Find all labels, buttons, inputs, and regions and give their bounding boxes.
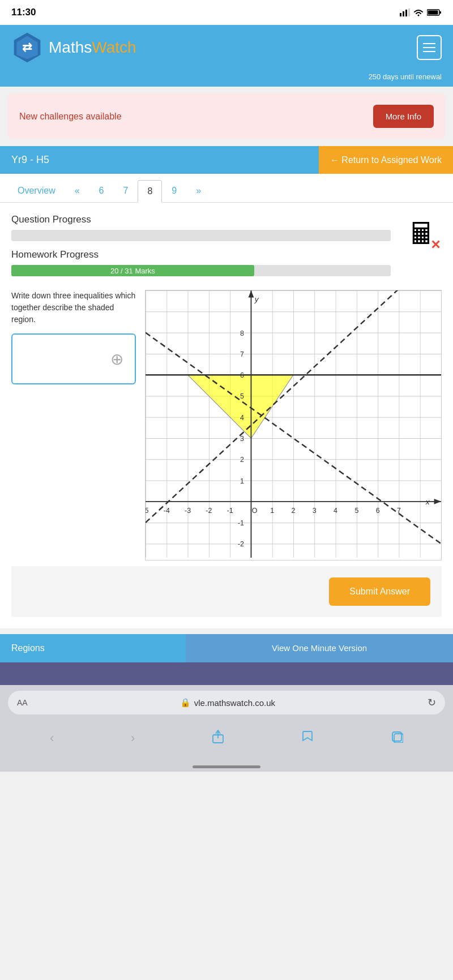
- url-bar: AA 🔒 vle.mathswatch.co.uk ↻: [8, 691, 445, 714]
- home-indicator: [0, 762, 453, 772]
- svg-text:5: 5: [240, 392, 244, 400]
- tab-next-next[interactable]: »: [186, 179, 211, 202]
- aa-label[interactable]: AA: [17, 698, 28, 707]
- svg-rect-2: [405, 10, 407, 16]
- logo-area: ⇄ MathsWatch: [11, 32, 136, 63]
- url-text: 🔒 vle.mathswatch.co.uk: [180, 697, 275, 708]
- svg-text:1: 1: [240, 477, 244, 485]
- browser-navigation: ‹ ›: [0, 720, 453, 762]
- year-label: Yr9 - H5: [0, 146, 319, 174]
- renewal-bar: 250 days until renewal: [0, 70, 453, 87]
- tabs-button[interactable]: [385, 726, 409, 751]
- signal-icon: [400, 8, 410, 16]
- svg-rect-5: [439, 11, 441, 14]
- share-button[interactable]: [206, 726, 230, 751]
- svg-text:y: y: [254, 295, 259, 303]
- svg-text:5: 5: [354, 507, 358, 515]
- svg-rect-6: [428, 11, 438, 15]
- more-info-button[interactable]: More Info: [373, 105, 434, 128]
- bookmarks-button[interactable]: [296, 726, 319, 751]
- calculator-widget: 🖩 ✕: [402, 214, 442, 254]
- return-button[interactable]: ← Return to Assigned Work: [319, 146, 453, 174]
- question-text: Write down three inequalities which toge…: [11, 290, 136, 326]
- svg-text:3: 3: [240, 435, 244, 443]
- question-area: Write down three inequalities which toge…: [11, 290, 442, 560]
- tab-9[interactable]: 9: [162, 179, 186, 202]
- svg-rect-3: [408, 8, 410, 16]
- purple-bar: [0, 662, 453, 685]
- hamburger-line: [423, 43, 435, 44]
- question-left: Write down three inequalities which toge…: [11, 290, 136, 384]
- back-button[interactable]: ‹: [44, 726, 59, 751]
- regions-label: Regions: [0, 634, 186, 662]
- lock-icon: 🔒: [180, 697, 191, 708]
- progress-left: Question Progress Homework Progress 20 /…: [11, 214, 391, 284]
- homework-progress-fill: 20 / 31 Marks: [11, 265, 254, 276]
- tab-prev-prev[interactable]: «: [65, 179, 89, 202]
- svg-text:1: 1: [270, 507, 274, 515]
- tab-navigation: Overview « 6 7 8 9 »: [0, 174, 453, 203]
- svg-text:8: 8: [240, 329, 244, 337]
- svg-text:2: 2: [240, 456, 244, 464]
- svg-text:-4: -4: [164, 507, 170, 515]
- logo-text: MathsWatch: [49, 38, 136, 57]
- svg-rect-11: [146, 290, 441, 558]
- forward-button[interactable]: ›: [125, 726, 140, 751]
- svg-text:-1: -1: [238, 519, 244, 527]
- svg-text:4: 4: [334, 507, 337, 515]
- tab-8[interactable]: 8: [138, 180, 162, 203]
- regions-bar: Regions View One Minute Version: [0, 634, 453, 662]
- tab-7[interactable]: 7: [114, 179, 138, 202]
- hamburger-button[interactable]: [417, 35, 442, 60]
- homework-progress-label: Homework Progress: [11, 249, 391, 260]
- tab-6[interactable]: 6: [89, 179, 114, 202]
- svg-text:4: 4: [240, 414, 244, 422]
- graph-svg: -5 -4 -3 -2 -1 O 1 2 3 4 5 6 7 x -2 -1 1…: [146, 290, 441, 558]
- browser-bar: AA 🔒 vle.mathswatch.co.uk ↻: [0, 685, 453, 720]
- wifi-icon: [413, 8, 424, 16]
- svg-text:7: 7: [240, 350, 244, 358]
- home-line: [193, 765, 260, 768]
- svg-text:-3: -3: [185, 507, 191, 515]
- svg-text:-1: -1: [227, 507, 233, 515]
- svg-text:O: O: [252, 507, 258, 515]
- header: ⇄ MathsWatch: [0, 25, 453, 70]
- submit-area: Submit Answer: [11, 566, 442, 617]
- reload-icon[interactable]: ↻: [428, 696, 436, 709]
- tab-overview[interactable]: Overview: [8, 179, 65, 202]
- svg-text:-5: -5: [146, 507, 149, 515]
- one-minute-button[interactable]: View One Minute Version: [186, 634, 453, 662]
- status-time: 11:30: [11, 7, 36, 18]
- svg-text:3: 3: [313, 507, 317, 515]
- svg-text:7: 7: [397, 507, 401, 515]
- svg-rect-0: [400, 13, 401, 16]
- status-bar: 11:30: [0, 0, 453, 25]
- submit-button[interactable]: Submit Answer: [329, 577, 430, 606]
- progress-section: Question Progress Homework Progress 20 /…: [11, 214, 442, 284]
- status-icons: [400, 8, 442, 16]
- graph-container: -5 -4 -3 -2 -1 O 1 2 3 4 5 6 7 x -2 -1 1…: [145, 290, 442, 560]
- main-content: Question Progress Homework Progress 20 /…: [0, 203, 453, 628]
- hamburger-line: [423, 51, 435, 52]
- svg-text:-2: -2: [206, 507, 212, 515]
- svg-text:2: 2: [292, 507, 296, 515]
- answer-input-box[interactable]: ⊕: [11, 333, 136, 384]
- add-answer-icon: ⊕: [110, 350, 123, 369]
- question-progress-bar: [11, 230, 391, 241]
- year-bar: Yr9 - H5 ← Return to Assigned Work: [0, 146, 453, 174]
- svg-text:6: 6: [376, 507, 380, 515]
- svg-text:-2: -2: [238, 540, 244, 548]
- challenge-banner: New challenges available More Info: [8, 93, 445, 139]
- svg-text:x: x: [425, 498, 430, 506]
- battery-icon: [427, 8, 442, 16]
- challenge-text: New challenges available: [19, 112, 122, 122]
- hamburger-line: [423, 47, 435, 48]
- svg-text:6: 6: [240, 371, 244, 379]
- svg-rect-1: [403, 11, 404, 16]
- question-progress-label: Question Progress: [11, 214, 391, 225]
- calculator-x-mark: ✕: [430, 238, 441, 253]
- svg-text:⇄: ⇄: [22, 41, 32, 54]
- logo-icon: ⇄: [11, 32, 43, 63]
- homework-progress-bar: 20 / 31 Marks: [11, 265, 391, 276]
